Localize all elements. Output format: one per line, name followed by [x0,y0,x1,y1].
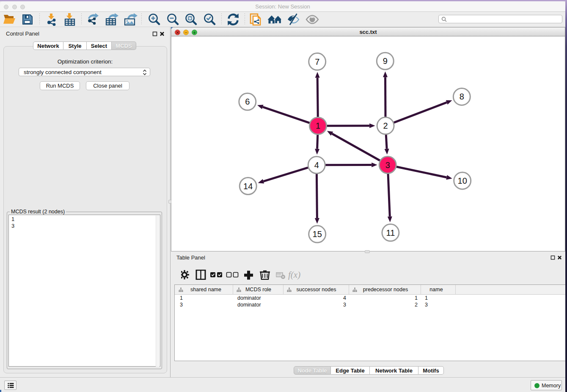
svg-text:7: 7 [315,57,319,66]
svg-text:9: 9 [383,56,388,66]
svg-text:1: 1 [316,121,320,130]
svg-text:f(x): f(x) [288,270,300,280]
svg-text:8: 8 [460,92,464,101]
svg-text:15: 15 [313,229,322,239]
svg-text:11: 11 [386,228,395,237]
svg-text:14: 14 [243,182,253,191]
svg-text:6: 6 [245,97,250,106]
svg-text:4: 4 [314,160,319,170]
svg-text:10: 10 [458,176,467,185]
svg-text:2: 2 [383,121,388,130]
svg-text:3: 3 [385,160,390,170]
